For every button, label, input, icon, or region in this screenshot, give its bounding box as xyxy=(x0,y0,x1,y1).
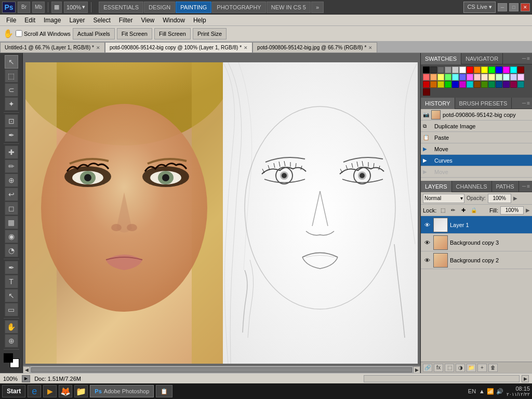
history-menu-btn[interactable]: ≡ xyxy=(527,100,530,106)
scroll-track[interactable] xyxy=(31,367,412,373)
swatch[interactable] xyxy=(517,81,524,88)
start-button[interactable]: Start xyxy=(2,385,25,397)
blur-tool-btn[interactable]: ◉ xyxy=(5,230,18,243)
history-brush-btn[interactable]: ↩ xyxy=(5,188,18,201)
tab-essentials[interactable]: ESSENTIALS xyxy=(99,2,143,13)
doc-tab-1[interactable]: potd-090806-95142-big copy @ 100% (Layer… xyxy=(105,42,252,52)
swatch[interactable] xyxy=(430,74,437,81)
tab-history[interactable]: HISTORY xyxy=(421,98,455,109)
swatch[interactable] xyxy=(488,81,495,88)
swatch[interactable] xyxy=(474,81,481,88)
zoom-tool-btn[interactable]: ⊕ xyxy=(5,334,18,348)
move-tool-btn[interactable]: ↖ xyxy=(5,55,18,69)
swatch[interactable] xyxy=(452,74,459,81)
swatch[interactable] xyxy=(423,74,430,81)
ie-icon[interactable]: e xyxy=(28,385,41,397)
layers-menu-btn[interactable]: ≡ xyxy=(527,183,530,189)
tab-layers[interactable]: LAYERS xyxy=(421,181,452,192)
swatch[interactable] xyxy=(430,66,437,73)
scroll-windows-input[interactable] xyxy=(16,30,22,37)
zoom-dropdown[interactable]: 100% ▾ xyxy=(64,2,88,13)
mini-bridge-btn[interactable]: Mb xyxy=(32,2,45,13)
swatch[interactable] xyxy=(488,66,495,73)
dodge-tool-btn[interactable]: ◔ xyxy=(5,244,18,257)
close-btn[interactable]: ✕ xyxy=(521,3,530,11)
tab-navigator[interactable]: NAVIGATOR xyxy=(461,53,503,64)
swatch[interactable] xyxy=(496,74,502,81)
doc-tab-2-close[interactable]: ✕ xyxy=(368,45,373,50)
link-layers-btn[interactable]: 🔗 xyxy=(423,364,432,372)
lasso-tool-btn[interactable]: ⊂ xyxy=(5,83,18,97)
cs-live-btn[interactable]: CS Live ▾ xyxy=(463,2,496,13)
swatch[interactable] xyxy=(430,81,437,88)
horizontal-scrollbar[interactable]: ◀ ▶ xyxy=(23,366,420,373)
tab-swatches[interactable]: SWATCHES xyxy=(421,53,461,64)
print-size-btn[interactable]: Print Size xyxy=(193,28,227,39)
swatch[interactable] xyxy=(510,74,517,81)
tab-more[interactable]: » xyxy=(311,2,324,13)
swatch[interactable] xyxy=(445,81,451,88)
fg-bg-colors[interactable] xyxy=(4,353,19,368)
bridge-btn[interactable]: Br xyxy=(18,2,30,13)
history-item-2[interactable]: 📋 Paste xyxy=(421,132,532,143)
scroll-left-btn[interactable]: ◀ xyxy=(23,366,30,374)
marquee-tool-btn[interactable]: ⬚ xyxy=(5,69,18,83)
layer-row-0[interactable]: 👁 Layer 1 xyxy=(421,216,532,234)
layer-2-eye[interactable]: 👁 xyxy=(423,256,431,264)
quick-select-tool-btn[interactable]: ✦ xyxy=(5,97,18,111)
delete-layer-btn[interactable]: 🗑 xyxy=(488,364,498,372)
swatch[interactable] xyxy=(467,66,473,73)
canvas-image[interactable] xyxy=(25,62,418,364)
doc-tab-2[interactable]: potd-090806-95142-big.jpg @ 66.7% (RGB/8… xyxy=(252,42,377,52)
zoom-info-btn[interactable]: ▶ xyxy=(22,375,30,382)
menu-layer[interactable]: Layer xyxy=(65,15,89,26)
tab-brush-presets[interactable]: BRUSH PRESETS xyxy=(455,98,512,109)
history-item-3[interactable]: ▶ Move xyxy=(421,143,532,155)
swatch[interactable] xyxy=(467,81,473,88)
lock-brush-btn[interactable]: ✏ xyxy=(449,206,457,215)
healing-tool-btn[interactable]: ✚ xyxy=(5,145,18,159)
swatch[interactable] xyxy=(423,81,430,88)
horizontal-scroll[interactable] xyxy=(364,375,520,382)
maximize-btn[interactable]: □ xyxy=(509,3,518,11)
swatch[interactable] xyxy=(437,66,444,73)
fit-screen-btn[interactable]: Fit Screen xyxy=(117,28,152,39)
history-item-5[interactable]: ▶ Move xyxy=(421,166,532,178)
fill-field[interactable]: 100% xyxy=(500,206,524,215)
menu-select[interactable]: Select xyxy=(89,15,114,26)
swatch[interactable] xyxy=(481,74,488,81)
menu-filter[interactable]: Filter xyxy=(115,15,137,26)
menu-window[interactable]: Window xyxy=(158,15,189,26)
layer-row-2[interactable]: 👁 Background copy 2 xyxy=(421,251,532,269)
swatch[interactable] xyxy=(481,66,488,73)
swatch[interactable] xyxy=(437,81,444,88)
swatch[interactable] xyxy=(503,66,510,73)
menu-file[interactable]: File xyxy=(2,15,20,26)
lock-checkerboard-btn[interactable]: ⬚ xyxy=(438,206,447,215)
layer-row-1[interactable]: 👁 Background copy 3 xyxy=(421,234,532,251)
lock-all-btn[interactable]: 🔒 xyxy=(470,206,478,215)
adjustment-layer-btn[interactable]: ◑ xyxy=(456,364,465,372)
firefox-icon[interactable]: 🦊 xyxy=(59,385,72,397)
opacity-expand-btn[interactable]: ▶ xyxy=(513,195,517,201)
swatch[interactable] xyxy=(481,81,488,88)
h-scroll-right[interactable]: ▶ xyxy=(522,375,529,382)
swatch-dark-red[interactable] xyxy=(423,88,430,96)
swatch[interactable] xyxy=(474,74,481,81)
swatch[interactable] xyxy=(488,74,495,81)
swatch[interactable] xyxy=(496,66,502,73)
tab-paths[interactable]: PATHS xyxy=(492,181,519,192)
history-collapse-btn[interactable]: ─ xyxy=(522,100,526,106)
layer-1-eye[interactable]: 👁 xyxy=(423,238,431,247)
swatch[interactable] xyxy=(459,66,466,73)
swatch[interactable] xyxy=(467,74,473,81)
crop-tool-btn[interactable]: ⊡ xyxy=(5,114,18,128)
swatch[interactable] xyxy=(503,81,510,88)
layer-0-eye[interactable]: 👁 xyxy=(423,221,431,229)
fill-expand-btn[interactable]: ▶ xyxy=(526,207,530,213)
swatch[interactable] xyxy=(510,66,517,73)
swatch[interactable] xyxy=(474,66,481,73)
eyedropper-tool-btn[interactable]: ✒ xyxy=(5,128,18,142)
folder-btn[interactable]: 📁 xyxy=(467,364,476,372)
doc-tab-1-close[interactable]: ✕ xyxy=(244,45,248,50)
